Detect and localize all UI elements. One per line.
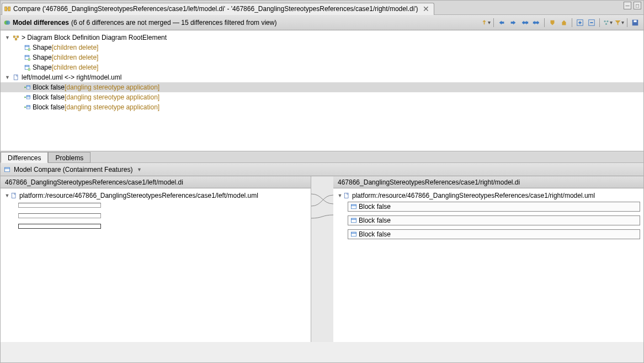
- drop-diff-icon[interactable]: ▾: [481, 18, 491, 28]
- diff-tree[interactable]: ▼> Diagram Block Definition Diagram Root…: [1, 30, 643, 151]
- expand-all-icon[interactable]: [575, 18, 585, 28]
- svg-rect-10: [634, 20, 636, 22]
- file-icon: [343, 192, 350, 199]
- svg-rect-11: [14, 36, 15, 38]
- svg-rect-13: [15, 39, 17, 40]
- empty-slot: [18, 224, 101, 229]
- tree-row[interactable]: Shape [children delete]: [1, 62, 643, 72]
- tree-extra: [children delete]: [52, 64, 99, 71]
- file-icon: [12, 73, 20, 82]
- right-pane-head: 467866_DanglingStereotypesReferences/cas…: [333, 176, 643, 188]
- right-pane: 467866_DanglingStereotypesReferences/cas…: [333, 176, 643, 342]
- file-icon: [10, 192, 17, 199]
- block-label: Block false: [359, 217, 391, 224]
- block-icon: [4, 166, 10, 173]
- expander-icon[interactable]: ▼: [4, 193, 10, 198]
- svg-rect-18: [25, 55, 29, 56]
- tree-label: Shape: [33, 54, 52, 61]
- tree-row[interactable]: Block false [dangling stereotype applica…: [1, 92, 643, 102]
- left-root-label: platform:/resource/467866_DanglingStereo…: [19, 192, 258, 199]
- block-icon: [350, 231, 357, 238]
- minimize-icon[interactable]: ─: [624, 2, 631, 9]
- merge-all-left-icon[interactable]: [520, 18, 530, 28]
- tree-row[interactable]: Shape [children delete]: [1, 52, 643, 62]
- tree-row[interactable]: ▼> Diagram Block Definition Diagram Root…: [1, 33, 643, 43]
- left-pane: 467866_DanglingStereotypesReferences/cas…: [1, 176, 311, 342]
- tree-label: left/model.uml <-> right/model.uml: [22, 73, 121, 81]
- shape-icon: [23, 43, 31, 52]
- left-pane-head: 467866_DanglingStereotypesReferences/cas…: [1, 176, 311, 188]
- tree-label: Block false: [33, 83, 65, 91]
- tree-extra: [children delete]: [52, 44, 99, 51]
- tree-row[interactable]: Block false [dangling stereotype applica…: [1, 102, 643, 112]
- tree-label: > Diagram Block Definition Diagram RootE…: [22, 34, 167, 41]
- tab-problems[interactable]: Problems: [48, 152, 91, 163]
- block-label: Block false: [359, 203, 391, 211]
- compare-header-dropdown-icon[interactable]: ▼: [136, 167, 142, 172]
- expander-icon[interactable]: ▼: [5, 35, 12, 40]
- diff-summary: (6 of 6 differences are not merged — 15 …: [71, 19, 276, 27]
- svg-rect-12: [17, 36, 19, 38]
- svg-rect-35: [352, 204, 356, 206]
- left-pane-body[interactable]: ▼ platform:/resource/467866_DanglingSter…: [1, 188, 311, 342]
- svg-rect-21: [25, 65, 29, 66]
- group-icon[interactable]: ▾: [603, 18, 613, 28]
- toolbar-actions: ▾ ▾ ▾: [481, 18, 640, 28]
- compare-icon: [4, 6, 11, 12]
- merge-left-icon[interactable]: [497, 18, 507, 28]
- expander-icon[interactable]: ▼: [5, 75, 12, 80]
- compare-header-title: Model Compare (Containment Features): [14, 166, 132, 173]
- svg-point-8: [605, 23, 607, 24]
- center-gutter: [311, 176, 333, 342]
- empty-slot: [18, 203, 101, 208]
- diff-title: Model differences: [13, 19, 69, 27]
- save-icon[interactable]: [630, 18, 640, 28]
- block-icon: [23, 93, 31, 102]
- block-item[interactable]: Block false: [348, 215, 640, 225]
- shape-icon: [23, 53, 31, 62]
- block-icon: [23, 103, 31, 112]
- maximize-icon[interactable]: □: [634, 2, 641, 9]
- compare-tab[interactable]: Compare ('467866_DanglingStereotypesRefe…: [2, 3, 434, 15]
- svg-rect-25: [26, 86, 30, 87]
- right-pane-body[interactable]: ▼ platform:/resource/467866_DanglingSter…: [333, 188, 643, 342]
- tree-row[interactable]: Shape [children delete]: [1, 43, 643, 52]
- tree-extra: [dangling stereotype application]: [65, 83, 159, 91]
- collapse-all-icon[interactable]: [587, 18, 597, 28]
- svg-rect-0: [5, 7, 7, 11]
- filter-icon[interactable]: ▾: [614, 18, 624, 28]
- merge-right-icon[interactable]: [508, 18, 518, 28]
- tree-extra: [children delete]: [52, 54, 99, 61]
- tree-extra: [dangling stereotype application]: [65, 93, 159, 101]
- tree-label: Shape: [33, 44, 52, 51]
- svg-rect-37: [352, 218, 356, 219]
- block-item[interactable]: Block false: [348, 229, 640, 239]
- tree-row[interactable]: Block false [dangling stereotype applica…: [1, 82, 643, 92]
- right-root-label: platform:/resource/467866_DanglingStereo…: [352, 192, 595, 199]
- svg-rect-23: [14, 75, 18, 80]
- close-icon[interactable]: ✕: [423, 4, 429, 13]
- svg-rect-29: [26, 106, 30, 107]
- svg-rect-39: [352, 232, 356, 233]
- block-item[interactable]: Block false: [348, 202, 640, 212]
- merge-all-right-icon[interactable]: [531, 18, 541, 28]
- diff-toolbar: Model differences (6 of 6 differences ar…: [1, 15, 643, 30]
- tree-extra: [dangling stereotype application]: [65, 103, 159, 111]
- compare-header: Model Compare (Containment Features) ▼: [1, 163, 643, 176]
- svg-rect-15: [25, 45, 29, 46]
- expander-icon[interactable]: ▼: [337, 193, 343, 198]
- compare-tab-title: Compare ('467866_DanglingStereotypesRefe…: [13, 5, 418, 13]
- next-diff-icon[interactable]: [547, 18, 557, 28]
- bottom-tab-row: Differences Problems: [1, 151, 643, 163]
- svg-rect-33: [344, 193, 348, 198]
- emf-compare-icon: [4, 19, 10, 26]
- tab-differences[interactable]: Differences: [1, 152, 48, 163]
- tree-row[interactable]: ▼left/model.uml <-> right/model.uml: [1, 72, 643, 82]
- tree-label: Block false: [33, 93, 65, 101]
- block-icon: [350, 203, 357, 210]
- prev-diff-icon[interactable]: [559, 18, 569, 28]
- block-icon: [23, 83, 31, 92]
- compare-split: 467866_DanglingStereotypesReferences/cas…: [1, 176, 643, 342]
- shape-icon: [23, 63, 31, 72]
- tree-label: Shape: [33, 64, 52, 71]
